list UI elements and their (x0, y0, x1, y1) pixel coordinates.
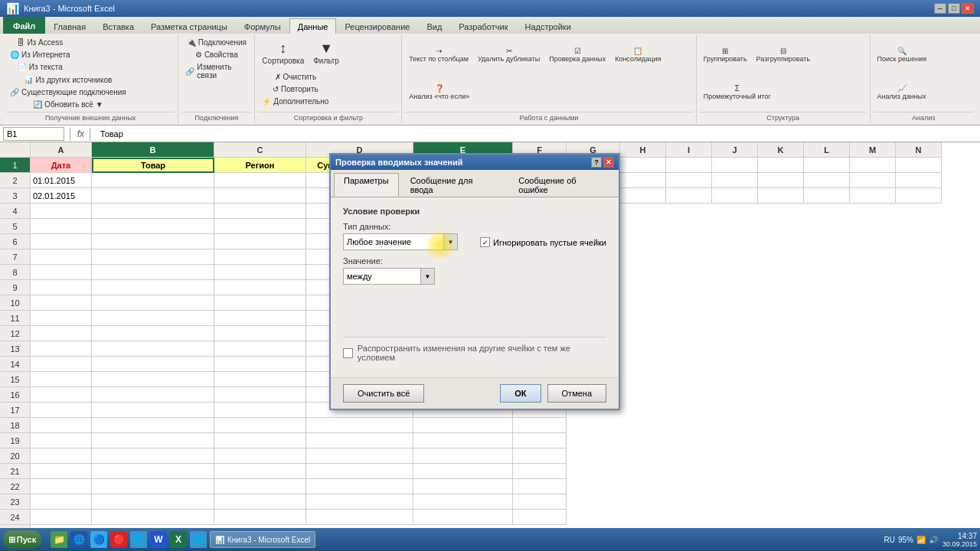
minimize-btn[interactable]: ─ (934, 3, 946, 14)
name-box[interactable] (3, 127, 64, 141)
clear-all-button[interactable]: Очистить всё (343, 384, 424, 403)
row-header-17[interactable]: 17 (0, 403, 31, 418)
row-header-18[interactable]: 18 (0, 418, 31, 433)
cell-a5[interactable] (31, 219, 92, 234)
btn-connections[interactable]: 🔌 Подключения (181, 37, 251, 48)
cancel-button[interactable]: Отмена (547, 384, 606, 403)
taskbar-icon-ie[interactable]: 🌐 (70, 531, 87, 548)
btn-reapply[interactable]: ↺ Повторить (258, 83, 332, 95)
btn-other-sources[interactable]: 📊 Из других источников (6, 74, 130, 86)
btn-clear[interactable]: ✗ Очистить (258, 71, 332, 83)
cell-l2[interactable] (804, 173, 850, 188)
value-arrow[interactable]: ▼ (420, 269, 434, 284)
row-header-19[interactable]: 19 (0, 433, 31, 448)
col-header-c[interactable]: C (214, 142, 306, 158)
row-header-23[interactable]: 23 (0, 494, 31, 510)
tab-review[interactable]: Рецензирование (336, 18, 418, 34)
btn-data-validation[interactable]: ☑ Проверка данных (545, 37, 609, 73)
col-header-b[interactable]: B (92, 142, 214, 158)
btn-subtotal[interactable]: Σ Промежуточный итог (700, 74, 775, 110)
cell-m2[interactable] (850, 173, 896, 188)
cell-a3[interactable]: 02.01.2015 (31, 188, 92, 204)
row-header-4[interactable]: 4 (0, 204, 31, 219)
row-header-13[interactable]: 13 (0, 341, 31, 357)
cell-l3[interactable] (804, 188, 850, 204)
btn-ungroup[interactable]: ⊟ Разгруппировать (753, 37, 815, 73)
tab-home[interactable]: Главная (45, 18, 94, 34)
taskbar-icon-chrome2[interactable]: 🌐 (190, 531, 207, 548)
btn-edit-links[interactable]: 🔗 Изменить связи (181, 61, 251, 81)
btn-refresh-all[interactable]: 🔄 Обновить всё ▼ (6, 99, 130, 110)
tab-formulas[interactable]: Формулы (236, 18, 289, 34)
close-btn[interactable]: ✕ (962, 3, 974, 14)
tab-developer[interactable]: Разработчик (450, 18, 516, 34)
tab-addins[interactable]: Надстройки (516, 18, 579, 34)
row-header-9[interactable]: 9 (0, 280, 31, 295)
row-header-20[interactable]: 20 (0, 448, 31, 464)
cell-k2[interactable] (758, 173, 804, 188)
cell-b3[interactable] (92, 188, 214, 204)
btn-remove-dupes[interactable]: ✂ Удалить дубликаты (474, 37, 544, 73)
dialog-tab-error-msg[interactable]: Сообщение об ошибке (508, 173, 617, 197)
maximize-btn[interactable]: □ (948, 3, 960, 14)
ok-button[interactable]: ОК (500, 384, 541, 403)
cell-k3[interactable] (758, 188, 804, 204)
cell-a1[interactable]: Дата (31, 158, 92, 173)
taskbar-icon-explorer[interactable]: 📁 (51, 531, 67, 548)
btn-sort[interactable]: ↕ Сортировка (258, 37, 308, 70)
dialog-close-btn[interactable]: ✕ (603, 157, 614, 168)
col-header-a[interactable]: A (31, 142, 92, 158)
tab-layout[interactable]: Разметка страницы (142, 18, 236, 34)
btn-group[interactable]: ⊞ Группировать (700, 37, 751, 73)
btn-from-text[interactable]: 📄 Из текста (6, 61, 74, 73)
dialog-data-validation[interactable]: Проверка вводимых значений ? ✕ Параметры… (329, 153, 620, 410)
cell-a4[interactable] (31, 204, 92, 219)
row-header-2[interactable]: 2 (0, 173, 31, 188)
data-type-arrow[interactable]: ▼ (443, 234, 457, 249)
row-header-22[interactable]: 22 (0, 479, 31, 494)
col-header-i[interactable]: I (666, 142, 712, 158)
row-header-11[interactable]: 11 (0, 311, 31, 326)
ignore-empty-checkbox[interactable]: ✓ (480, 237, 490, 247)
cell-i2[interactable] (666, 173, 712, 188)
dialog-tab-input-msg[interactable]: Сообщение для ввода (400, 173, 508, 197)
data-type-select[interactable]: Любое значение ▼ (343, 233, 458, 250)
cell-n3[interactable] (896, 188, 942, 204)
btn-from-access[interactable]: 🗄 Из Access (6, 37, 74, 48)
col-header-k[interactable]: K (758, 142, 804, 158)
col-header-h[interactable]: H (620, 142, 666, 158)
cell-b1[interactable]: Товар (92, 158, 214, 173)
cell-j3[interactable] (712, 188, 758, 204)
tab-view[interactable]: Вид (418, 18, 450, 34)
row-header-8[interactable]: 8 (0, 265, 31, 280)
cell-k1[interactable] (758, 158, 804, 173)
row-header-10[interactable]: 10 (0, 295, 31, 311)
cell-i1[interactable] (666, 158, 712, 173)
col-header-m[interactable]: M (850, 142, 896, 158)
row-header-5[interactable]: 5 (0, 219, 31, 234)
btn-existing-connections[interactable]: 🔗 Существующие подключения (6, 86, 130, 98)
cell-h3[interactable] (620, 188, 666, 204)
col-header-n[interactable]: N (896, 142, 942, 158)
taskbar-excel-app[interactable]: 📊 Книга3 - Microsoft Excel (210, 531, 315, 548)
btn-data-analysis[interactable]: 📈 Анализ данных (874, 74, 930, 110)
row-header-7[interactable]: 7 (0, 249, 31, 265)
col-header-l[interactable]: L (804, 142, 850, 158)
cell-m3[interactable] (850, 188, 896, 204)
row-header-16[interactable]: 16 (0, 387, 31, 403)
btn-advanced[interactable]: ⚡ Дополнительно (258, 96, 332, 107)
taskbar-icon-excel[interactable]: X (170, 531, 187, 548)
cell-c2[interactable] (214, 173, 306, 188)
btn-solver[interactable]: 🔍 Поиск решения (874, 37, 931, 73)
row-header-14[interactable]: 14 (0, 357, 31, 372)
cell-n1[interactable] (896, 158, 942, 173)
cell-l1[interactable] (804, 158, 850, 173)
taskbar-icon-word[interactable]: W (150, 531, 167, 548)
btn-properties[interactable]: ⚙ Свойства (181, 49, 251, 60)
row-header-21[interactable]: 21 (0, 464, 31, 479)
cell-m1[interactable] (850, 158, 896, 173)
taskbar-icon-browser2[interactable]: 🔵 (90, 531, 107, 548)
row-header-12[interactable]: 12 (0, 326, 31, 341)
tab-data[interactable]: Данные (289, 18, 337, 34)
btn-from-internet[interactable]: 🌐 Из Интернета (6, 49, 74, 60)
